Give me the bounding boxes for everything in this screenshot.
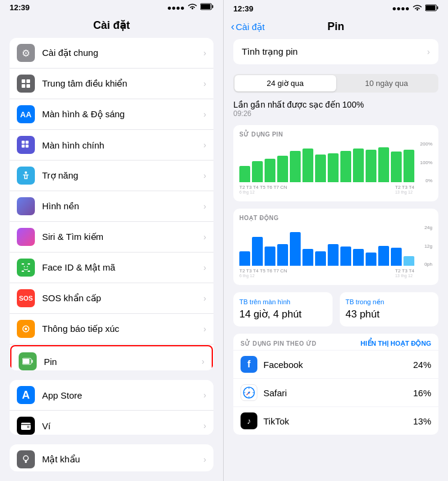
settings-item-sos[interactable]: SOS SOS khẩn cấp ›	[10, 283, 213, 314]
safari-label: Safari	[263, 388, 413, 398]
right-time: 12:39	[233, 4, 253, 13]
app-store-icon: A	[17, 386, 35, 404]
settings-item-siri[interactable]: Siri & Tìm kiếm ›	[10, 222, 213, 253]
day-label: CN	[280, 185, 287, 190]
item-label: Mật khẩu	[42, 454, 201, 465]
bar	[302, 149, 313, 182]
right-panel: 12:39 ●●●● ‹ Cài đặt Pin Tình trạng pin …	[224, 0, 448, 481]
y-label-top: 200%	[420, 141, 432, 147]
bar	[265, 247, 275, 266]
settings-item-tro-nang[interactable]: Trợ năng ›	[10, 161, 213, 191]
settings-item-cai-dat-chung[interactable]: ⚙ Cài đặt chung ›	[10, 38, 213, 69]
left-panel: 12:39 ●●●● Cài đặt ⚙ Cài đặt chung › Tru…	[0, 0, 224, 481]
svg-rect-3	[22, 79, 25, 83]
wifi-icon	[413, 4, 422, 13]
bar	[353, 249, 364, 266]
chevron-icon: ›	[203, 324, 206, 334]
bar	[340, 247, 351, 266]
battery-icon	[425, 4, 438, 13]
app-usage-facebook[interactable]: f Facebook 24%	[233, 350, 438, 378]
date-label: 13 thg 12	[395, 274, 413, 278]
battery-chart-section: SỬ DỤNG PIN	[233, 125, 438, 201]
item-label: Cài đặt chung	[42, 47, 201, 58]
contact-tracing-icon	[17, 320, 35, 338]
home-screen-icon	[17, 136, 35, 154]
battery-settings-icon	[19, 352, 37, 370]
settings-item-hinh-nen[interactable]: Hình nền ›	[10, 191, 213, 222]
facebook-pct: 24%	[413, 360, 431, 370]
item-label: Thông báo tiếp xúc	[42, 323, 201, 334]
settings-item-pin[interactable]: Pin ›	[10, 345, 213, 370]
settings-group-1: ⚙ Cài đặt chung › Trung tâm điều khiển ›…	[10, 38, 213, 370]
bar	[391, 248, 402, 266]
item-label: Trung tâm điều khiển	[42, 78, 201, 89]
bar	[353, 149, 364, 182]
svg-rect-30	[437, 6, 438, 9]
settings-item-trung-tam[interactable]: Trung tâm điều khiển ›	[10, 69, 213, 99]
item-label: Màn hình & Độ sáng	[42, 109, 201, 120]
chevron-icon: ›	[203, 140, 206, 150]
pin-status-button[interactable]: Tình trạng pin ›	[233, 39, 438, 64]
svg-rect-24	[21, 424, 31, 425]
item-label: Màn hình chính	[42, 140, 201, 150]
svg-rect-21	[23, 359, 29, 364]
date-label: 6 thg 12	[239, 274, 254, 278]
day-label: T2	[395, 185, 400, 190]
y-label-mid: 12g	[425, 244, 432, 249]
stat-screen: TB trên màn hình 14 giờ, 4 phút	[233, 292, 333, 326]
day-label: T7	[274, 185, 279, 190]
item-label: App Store	[42, 390, 201, 400]
stat-background: TB trong nền 43 phút	[340, 292, 439, 326]
y-label-bot: 0ph	[425, 262, 432, 267]
day-label: T4	[253, 268, 259, 274]
day-label: T4	[253, 185, 259, 190]
y-label-mid: 100%	[420, 160, 432, 165]
svg-rect-25	[27, 426, 29, 428]
day-label: T6	[266, 185, 272, 190]
back-label: Cài đặt	[236, 22, 265, 32]
svg-rect-8	[26, 141, 29, 144]
activity-chart-title: HOẠT ĐỘNG	[239, 215, 432, 221]
app-usage-safari[interactable]: Safari 16%	[233, 378, 438, 406]
settings-item-man-hinh-chinh[interactable]: Màn hình chính ›	[10, 130, 213, 161]
settings-item-thong-bao[interactable]: Thông báo tiếp xúc ›	[10, 314, 213, 345]
settings-item-vi[interactable]: Ví ›	[10, 411, 213, 435]
signal-icon: ●●●●	[167, 4, 185, 12]
settings-item-face-id[interactable]: Face ID & Mật mã ›	[10, 253, 213, 283]
settings-item-man-hinh-do-sang[interactable]: AA Màn hình & Độ sáng ›	[10, 99, 213, 130]
tab-24h[interactable]: 24 giờ qua	[235, 75, 336, 91]
tiktok-label: TikTok	[263, 416, 413, 426]
bar	[391, 152, 402, 182]
battery-chart-title: SỬ DỤNG PIN	[239, 131, 432, 138]
right-title-bar: ‹ Cài đặt Pin	[224, 17, 448, 39]
bar	[290, 151, 301, 182]
signal-icon: ●●●●	[392, 4, 410, 13]
stat-screen-title: TB trên màn hình	[239, 298, 327, 305]
bar	[302, 249, 313, 266]
wallet-icon	[17, 417, 35, 435]
chevron-icon: ›	[203, 421, 206, 430]
bar	[366, 253, 376, 266]
facebook-icon: f	[241, 356, 257, 373]
back-button[interactable]: ‹ Cài đặt	[231, 20, 265, 33]
day-label: T4	[409, 268, 414, 274]
safari-pct: 16%	[413, 388, 431, 398]
settings-item-app-store[interactable]: A App Store ›	[10, 380, 213, 411]
usage-action-button[interactable]: HIỂN THỊ HOẠT ĐỘNG	[361, 340, 431, 348]
settings-item-mat-khau[interactable]: Mật khẩu ›	[10, 444, 213, 471]
svg-rect-27	[25, 460, 27, 463]
activity-y-axis: 24g 12g 0ph	[425, 225, 432, 267]
item-label: Trợ năng	[42, 170, 201, 181]
app-usage-section: SỬ DỤNG PIN THEO ỨD HIỂN THỊ HOẠT ĐỘNG f…	[233, 334, 438, 435]
day-label: T5	[260, 268, 265, 274]
tab-10d[interactable]: 10 ngày qua	[336, 75, 438, 91]
day-label: T4	[409, 185, 414, 190]
bar	[265, 159, 275, 182]
wifi-icon	[188, 3, 197, 12]
right-status-bar: 12:39 ●●●●	[224, 0, 448, 17]
app-usage-tiktok[interactable]: ♪ TikTok 13%	[233, 406, 438, 435]
chevron-icon: ›	[203, 79, 206, 88]
svg-point-16	[24, 266, 25, 268]
battery-chart-bars	[239, 141, 432, 183]
bar	[404, 256, 414, 266]
